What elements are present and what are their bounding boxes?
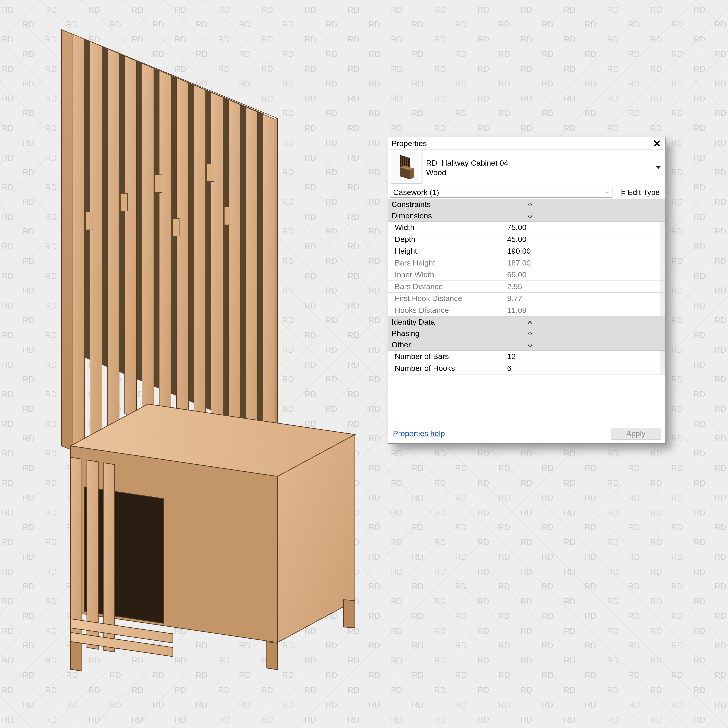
edit-type-button[interactable]: Edit Type [614,187,664,198]
group-identity[interactable]: Identity Data [388,316,665,327]
param-value[interactable]: 45.00 [505,233,660,245]
param-row: Bars Height187.00 [388,257,665,269]
param-label: Depth [388,233,505,245]
family-name: RD_Hallway Cabinet 04 [426,158,650,168]
svg-marker-16 [211,92,223,455]
param-row: Inner Width69.00 [388,269,665,280]
panel-footer: Properties help Apply [388,425,665,444]
group-phasing[interactable]: Phasing [388,327,665,339]
close-button[interactable]: ✕ [653,138,663,149]
group-dimensions[interactable]: Dimensions [388,210,665,221]
svg-marker-17 [228,99,240,462]
category-selector[interactable]: Casework (1) [390,187,612,198]
family-text: RD_Hallway Cabinet 04 Wood [426,158,650,177]
edit-type-icon [618,189,626,196]
svg-marker-8 [73,34,85,451]
svg-rect-49 [622,189,625,191]
group-other[interactable]: Other [388,339,665,350]
expand-icon [527,202,663,206]
param-row: Bars Distance2.55 [388,280,665,292]
param-value: 11.09 [505,304,660,316]
svg-rect-48 [618,189,621,196]
param-value[interactable]: 190.00 [505,245,660,257]
svg-rect-21 [86,212,93,230]
param-value: 2.55 [505,281,660,292]
param-row: Hooks Distance11.09 [388,304,665,316]
svg-marker-31 [70,457,82,647]
collapse-icon [527,343,663,347]
properties-help-link[interactable]: Properties help [393,429,445,438]
param-value[interactable]: 12 [505,350,660,362]
family-type-selector[interactable]: RD_Hallway Cabinet 04 Wood [388,150,665,186]
param-label: Height [388,245,505,257]
svg-marker-13 [159,70,171,433]
panel-title-text: Properties [392,139,653,148]
svg-rect-50 [622,191,625,193]
svg-marker-38 [344,600,355,628]
param-value: 69.00 [505,269,660,280]
param-value[interactable]: 6 [505,362,660,374]
svg-rect-24 [173,219,179,236]
param-label: Bars Height [388,257,505,269]
row-stub [660,269,665,280]
dimensions-rows: Width75.00Depth45.00Height190.00Bars Hei… [388,221,665,316]
param-row: Height190.00 [388,245,665,257]
row-stub [660,292,665,304]
row-stub [660,304,665,316]
svg-rect-22 [121,193,127,211]
group-constraints[interactable]: Constraints [388,199,665,210]
svg-marker-32 [87,460,98,649]
row-stub [660,281,665,292]
param-label: Bars Distance [388,281,505,292]
param-label: Number of Hooks [388,362,505,374]
other-rows: Number of Bars12Number of Hooks6 [388,350,665,374]
param-value: 9.77 [505,292,660,304]
model-viewport[interactable] [37,18,369,696]
param-label: Inner Width [388,269,505,280]
svg-marker-37 [266,642,278,670]
param-row: Width75.00 [388,221,665,233]
param-value[interactable]: 75.00 [505,222,660,233]
param-label: Hooks Distance [388,304,505,316]
svg-rect-26 [224,207,231,225]
row-stub [660,257,665,269]
properties-panel: Properties ✕ RD_Hallway Cabinet 04 Wood … [388,137,666,444]
family-dropdown-icon[interactable] [654,164,662,172]
svg-marker-36 [70,642,82,671]
expand-icon [527,332,663,336]
family-type: Wood [426,168,650,177]
apply-button[interactable]: Apply [611,428,661,439]
svg-marker-9 [90,41,102,458]
family-thumbnail [391,152,422,184]
svg-marker-11 [125,56,136,419]
svg-marker-6 [61,29,73,450]
param-label: Width [388,222,505,233]
apply-label: Apply [626,429,645,438]
param-value: 187.00 [505,257,660,269]
param-label: First Hook Distance [388,292,505,304]
svg-marker-47 [656,166,661,169]
collapse-icon [527,214,663,218]
svg-marker-10 [107,49,119,465]
svg-marker-18 [246,107,257,470]
param-row: Depth45.00 [388,233,665,245]
svg-marker-15 [194,85,206,448]
row-stub [660,245,665,257]
group-other-label: Other [392,340,527,349]
svg-rect-23 [155,175,162,193]
svg-rect-51 [622,194,625,196]
panel-titlebar: Properties ✕ [388,137,665,150]
param-row: First Hook Distance9.77 [388,292,665,304]
svg-rect-25 [207,164,214,182]
chevron-down-icon [604,191,609,194]
row-stub [660,350,665,362]
group-identity-label: Identity Data [392,318,527,326]
close-icon: ✕ [653,139,663,148]
row-stub [660,233,665,245]
group-constraints-label: Constraints [392,200,527,209]
row-stub [660,362,665,374]
row-stub [660,222,665,233]
param-label: Number of Bars [388,350,505,362]
svg-marker-14 [177,78,188,440]
param-row: Number of Hooks6 [388,362,665,374]
